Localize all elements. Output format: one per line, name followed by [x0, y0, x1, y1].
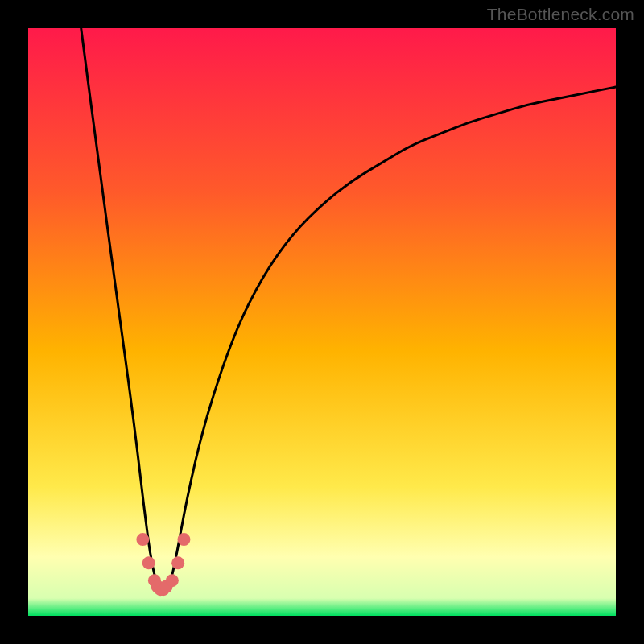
- chart-svg: [28, 28, 616, 616]
- bottleneck-curve: [81, 28, 616, 591]
- optimum-marker: [171, 556, 184, 569]
- optimum-marker: [136, 533, 149, 546]
- optimum-marker-cluster: [136, 533, 190, 596]
- optimum-marker: [166, 574, 179, 587]
- plot-area: [28, 28, 616, 616]
- watermark-text: TheBottleneck.com: [487, 5, 634, 24]
- optimum-marker: [177, 533, 190, 546]
- outer-frame: TheBottleneck.com: [0, 0, 644, 644]
- optimum-marker: [142, 556, 155, 569]
